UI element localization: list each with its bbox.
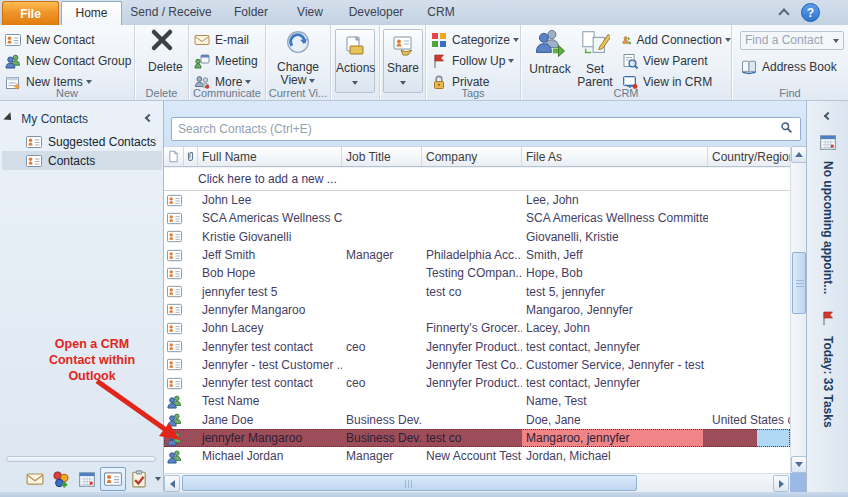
contact-row[interactable]: Jennyfer test contactceoJennyfer Product… bbox=[164, 374, 790, 392]
cell-job-title: Manager bbox=[342, 248, 422, 262]
pane-splitter-handle[interactable] bbox=[6, 456, 156, 462]
contact-row[interactable]: jennyfer test 5test cotest 5, jennyfer bbox=[164, 282, 790, 300]
email-icon bbox=[194, 32, 210, 48]
scroll-left-button[interactable] bbox=[164, 475, 180, 492]
contact-card-icon bbox=[104, 470, 122, 488]
contact-row[interactable]: Michael JordanManagerNew Account TestJor… bbox=[164, 447, 790, 465]
cell-file-as: Smith, Jeff bbox=[522, 248, 708, 262]
column-header-job-title[interactable]: Job Title bbox=[342, 147, 422, 166]
search-icon[interactable] bbox=[780, 121, 793, 134]
tasks-nav-button[interactable] bbox=[126, 467, 152, 491]
follow-up-button[interactable]: Follow Up bbox=[426, 50, 520, 71]
contact-row[interactable]: Jennyfer MangarooMangaroo, Jennyfer bbox=[164, 301, 790, 319]
sidebar-item-contacts[interactable]: Contacts bbox=[2, 151, 162, 170]
help-button[interactable]: ? bbox=[801, 3, 820, 22]
column-header-country[interactable]: Country/Region bbox=[708, 147, 790, 166]
navigation-buttons bbox=[0, 465, 163, 492]
cell-full-name: Jane Doe bbox=[198, 413, 342, 427]
appointments-status[interactable]: No upcoming appoint... bbox=[821, 161, 835, 294]
mail-nav-button[interactable] bbox=[22, 467, 48, 491]
list-header-row: Full Name Job Title Company File As Coun… bbox=[164, 146, 790, 167]
cell-file-as: test contact, Jennyfer bbox=[522, 376, 708, 390]
crm-contact-icon bbox=[167, 394, 182, 409]
contact-row[interactable]: Test NameName, Test bbox=[164, 392, 790, 410]
change-view-button[interactable]: Change View bbox=[274, 28, 322, 87]
tasks-status[interactable]: Today: 33 Tasks bbox=[821, 336, 835, 428]
configure-buttons-caret-icon[interactable] bbox=[155, 477, 161, 481]
tab-crm[interactable]: CRM bbox=[416, 0, 466, 25]
email-button[interactable]: E-mail bbox=[189, 29, 265, 50]
cell-company: test co bbox=[422, 285, 522, 299]
column-header-attachment[interactable] bbox=[184, 147, 198, 166]
delete-button[interactable]: Delete bbox=[148, 28, 176, 74]
contact-row[interactable]: Jane DoeBusiness Dev...Doe, JaneUnited S… bbox=[164, 411, 790, 429]
cell-full-name: Test Name bbox=[198, 394, 342, 408]
search-input[interactable] bbox=[172, 119, 780, 139]
calendar-nav-button[interactable] bbox=[74, 467, 100, 491]
contact-row[interactable]: John LeeLee, John bbox=[164, 191, 790, 209]
view-parent-button[interactable]: View Parent bbox=[617, 50, 731, 71]
set-parent-button[interactable]: Set Parent bbox=[575, 28, 615, 89]
horizontal-scroll-thumb[interactable] bbox=[182, 475, 637, 491]
new-contact-group-button[interactable]: New Contact Group bbox=[0, 50, 134, 71]
address-book-button[interactable]: Address Book bbox=[736, 56, 848, 77]
add-connection-button[interactable]: Add Connection bbox=[617, 29, 731, 50]
minimize-ribbon-icon[interactable] bbox=[778, 8, 789, 19]
scroll-right-button[interactable] bbox=[773, 475, 789, 492]
tab-view[interactable]: View bbox=[284, 0, 336, 25]
cell-job-title: Business Dev... bbox=[342, 413, 422, 427]
categorize-button[interactable]: Categorize bbox=[426, 29, 520, 50]
column-header-icon[interactable] bbox=[164, 147, 184, 166]
tab-folder[interactable]: Folder bbox=[218, 0, 284, 25]
column-header-full-name[interactable]: Full Name bbox=[198, 147, 342, 166]
contact-row[interactable]: SCA Americas Wellness C...SCA Americas W… bbox=[164, 209, 790, 227]
untrack-button[interactable]: Untrack bbox=[526, 28, 574, 76]
vertical-scroll-thumb[interactable] bbox=[792, 252, 806, 314]
search-box[interactable] bbox=[171, 117, 801, 141]
cell-full-name: jennyfer Mangaroo bbox=[198, 431, 342, 445]
tab-send-receive[interactable]: Send / Receive bbox=[124, 0, 218, 25]
dropdown-caret-icon bbox=[725, 38, 731, 42]
my-contacts-header[interactable]: My Contacts bbox=[6, 112, 88, 126]
contact-row-selected[interactable]: jennyfer MangarooBusiness Dev...test coM… bbox=[164, 429, 790, 447]
share-button[interactable]: Share bbox=[383, 29, 423, 93]
scrollbar-corner bbox=[790, 473, 806, 492]
navigation-pane: My Contacts Suggested Contacts Contacts bbox=[0, 101, 164, 492]
dropdown-caret-icon bbox=[513, 38, 519, 42]
contact-row[interactable]: Bob HopeTesting COmpan...Hope, Bob bbox=[164, 264, 790, 282]
scroll-down-button[interactable] bbox=[791, 456, 807, 473]
notes-nav-button[interactable] bbox=[48, 467, 74, 491]
column-header-company[interactable]: Company bbox=[422, 147, 522, 166]
sidebar-item-suggested-contacts[interactable]: Suggested Contacts bbox=[2, 132, 162, 151]
outlook-window: { "tabs": { "file": "File", "home": "Hom… bbox=[0, 0, 848, 497]
view-parent-icon bbox=[622, 53, 638, 69]
column-header-file-as[interactable]: File As bbox=[522, 147, 708, 166]
horizontal-scrollbar[interactable] bbox=[164, 473, 790, 492]
contacts-nav-button[interactable] bbox=[100, 467, 126, 491]
vertical-scrollbar[interactable] bbox=[790, 146, 806, 473]
add-new-contact-row[interactable]: Click here to add a new ... bbox=[164, 168, 790, 191]
new-contact-icon bbox=[5, 32, 21, 48]
contact-row[interactable]: Kristie GiovanelliGiovanelli, Kristie bbox=[164, 228, 790, 246]
collapse-pane-icon[interactable] bbox=[145, 114, 153, 122]
meeting-button[interactable]: Meeting bbox=[189, 50, 265, 71]
ribbon-tab-bar: File Home Send / Receive Folder View Dev… bbox=[0, 0, 848, 25]
new-contact-button[interactable]: New Contact bbox=[0, 29, 134, 50]
contact-row[interactable]: Jennyfer test contactceoJennyfer Product… bbox=[164, 337, 790, 355]
find-a-contact-input[interactable]: Find a Contact bbox=[740, 31, 844, 50]
scroll-up-button[interactable] bbox=[791, 146, 807, 163]
tab-home[interactable]: Home bbox=[61, 1, 122, 25]
tab-file[interactable]: File bbox=[2, 1, 59, 25]
add-connection-icon bbox=[622, 32, 632, 48]
annotation-text: Open a CRM Contact within Outlook bbox=[16, 336, 168, 384]
contact-row[interactable]: Jeff SmithManagerPhiladelphia Acc...Smit… bbox=[164, 246, 790, 264]
cell-file-as: Name, Test bbox=[522, 394, 708, 408]
tab-developer[interactable]: Developer bbox=[336, 0, 416, 25]
actions-button[interactable]: Actions bbox=[335, 29, 375, 93]
cell-file-as: Giovanelli, Kristie bbox=[522, 230, 708, 244]
contact-card-icon bbox=[26, 134, 42, 150]
contact-row[interactable]: John LaceyFinnerty's Grocer...Lacey, Joh… bbox=[164, 319, 790, 337]
change-view-icon bbox=[283, 28, 313, 58]
contact-row[interactable]: Jennyfer - test Customer ...Jennyfer Tes… bbox=[164, 356, 790, 374]
expand-todo-bar-icon[interactable] bbox=[823, 112, 831, 120]
